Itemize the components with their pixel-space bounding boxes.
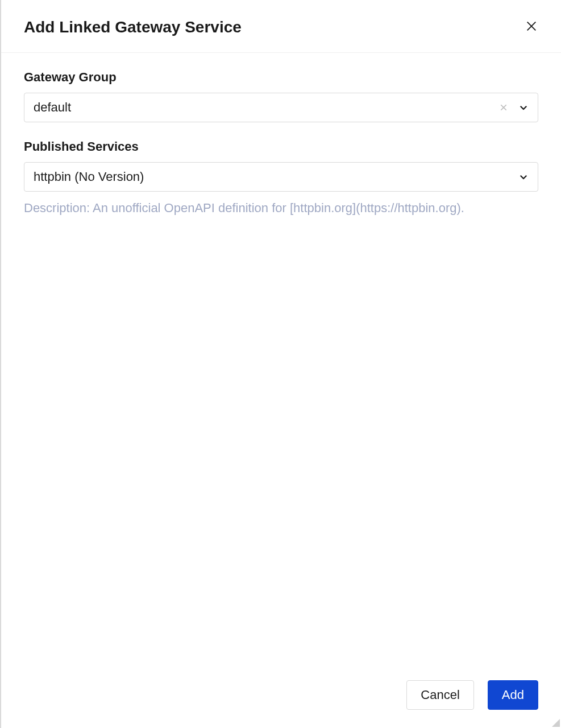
gateway-group-label: Gateway Group <box>24 70 538 85</box>
chevron-down-icon[interactable] <box>518 172 529 182</box>
close-button[interactable] <box>525 20 538 34</box>
published-services-description: Description: An unofficial OpenAPI defin… <box>24 200 538 217</box>
dialog-title: Add Linked Gateway Service <box>24 18 242 36</box>
clear-icon[interactable] <box>499 103 508 112</box>
gateway-group-select-icons <box>499 102 529 113</box>
add-linked-gateway-service-dialog: Add Linked Gateway Service Gateway Group… <box>1 0 561 728</box>
published-services-value: httpbin (No Version) <box>34 169 144 184</box>
dialog-header: Add Linked Gateway Service <box>1 0 561 53</box>
add-button[interactable]: Add <box>488 680 538 710</box>
dialog-body: Gateway Group default <box>1 53 561 667</box>
dialog-footer: Cancel Add <box>1 667 561 728</box>
published-services-select[interactable]: httpbin (No Version) <box>24 162 538 192</box>
published-services-label: Published Services <box>24 139 538 154</box>
gateway-group-value: default <box>34 100 71 115</box>
published-services-select-icons <box>518 172 529 182</box>
gateway-group-select[interactable]: default <box>24 93 538 122</box>
chevron-down-icon[interactable] <box>518 102 529 113</box>
published-services-field: Published Services httpbin (No Version) … <box>24 139 538 217</box>
cancel-button[interactable]: Cancel <box>406 680 473 710</box>
close-icon <box>525 20 538 35</box>
gateway-group-field: Gateway Group default <box>24 70 538 122</box>
